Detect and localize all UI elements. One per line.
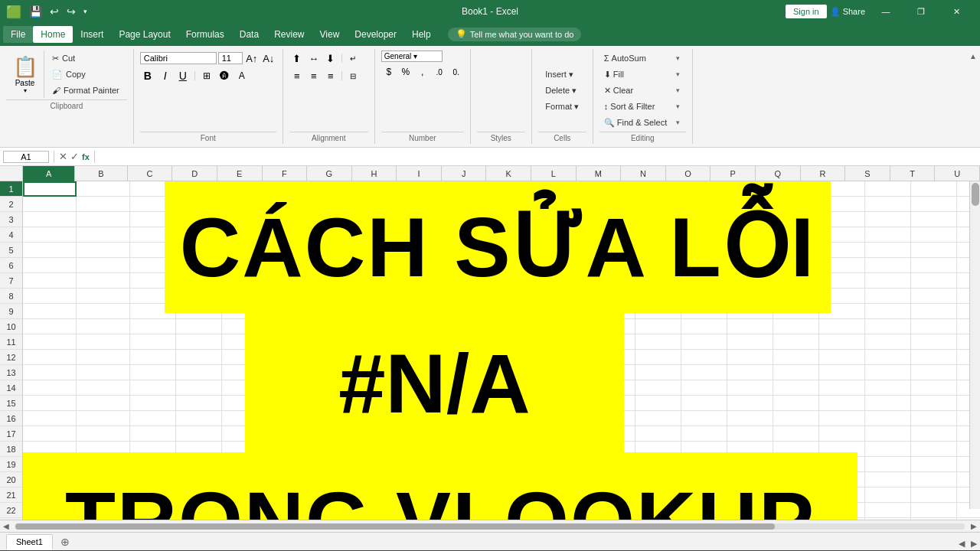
cell-N8[interactable] bbox=[635, 289, 681, 304]
cell-Q8[interactable] bbox=[773, 289, 819, 304]
cell-Q15[interactable] bbox=[773, 396, 819, 411]
cell-F20[interactable] bbox=[268, 472, 314, 487]
cell-K22[interactable] bbox=[498, 503, 544, 518]
cell-M12[interactable] bbox=[590, 350, 635, 365]
cell-K5[interactable] bbox=[498, 243, 544, 258]
horizontal-scrollbar-track[interactable] bbox=[15, 523, 965, 530]
cell-G8[interactable] bbox=[314, 289, 360, 304]
cell-I17[interactable] bbox=[406, 426, 452, 442]
cell-R18[interactable] bbox=[819, 442, 865, 457]
cell-R21[interactable] bbox=[819, 487, 865, 503]
cut-button[interactable]: ✂ Cut bbox=[47, 51, 124, 66]
cell-I8[interactable] bbox=[406, 289, 452, 304]
cell-D1[interactable] bbox=[176, 181, 222, 197]
cell-H15[interactable] bbox=[360, 396, 406, 411]
cell-J12[interactable] bbox=[452, 350, 498, 365]
cell-I20[interactable] bbox=[406, 472, 452, 487]
cell-B22[interactable] bbox=[77, 503, 130, 518]
find-select-button[interactable]: 🔍 Find & Select ▾ bbox=[599, 115, 686, 130]
cell-A7[interactable] bbox=[23, 273, 77, 289]
cell-A8[interactable] bbox=[23, 289, 77, 304]
cell-H22[interactable] bbox=[360, 503, 406, 518]
cell-P18[interactable] bbox=[727, 442, 773, 457]
cell-N4[interactable] bbox=[635, 227, 681, 243]
col-header-C[interactable]: C bbox=[128, 166, 173, 181]
cell-M11[interactable] bbox=[590, 334, 635, 350]
cell-J16[interactable] bbox=[452, 411, 498, 426]
cell-B8[interactable] bbox=[77, 289, 130, 304]
cell-F9[interactable] bbox=[268, 304, 314, 319]
cell-S16[interactable] bbox=[865, 411, 911, 426]
cell-S23[interactable] bbox=[865, 518, 911, 520]
cell-S8[interactable] bbox=[865, 289, 911, 304]
col-header-K[interactable]: K bbox=[486, 166, 531, 181]
menu-file[interactable]: File bbox=[3, 26, 33, 43]
cell-L15[interactable] bbox=[544, 396, 590, 411]
cell-A23[interactable] bbox=[23, 518, 77, 520]
cell-O5[interactable] bbox=[681, 243, 727, 258]
cell-B4[interactable] bbox=[77, 227, 130, 243]
col-header-H[interactable]: H bbox=[352, 166, 397, 181]
cell-N9[interactable] bbox=[635, 304, 681, 319]
cell-H6[interactable] bbox=[360, 258, 406, 273]
cell-M20[interactable] bbox=[590, 472, 635, 487]
cell-E6[interactable] bbox=[222, 258, 268, 273]
cell-N20[interactable] bbox=[635, 472, 681, 487]
sheet-nav-right[interactable]: ▶ bbox=[968, 537, 980, 550]
cell-C15[interactable] bbox=[130, 396, 176, 411]
cell-E4[interactable] bbox=[222, 227, 268, 243]
cell-O14[interactable] bbox=[681, 380, 727, 396]
cell-D21[interactable] bbox=[176, 487, 222, 503]
cell-N6[interactable] bbox=[635, 258, 681, 273]
cell-E11[interactable] bbox=[222, 334, 268, 350]
cell-N21[interactable] bbox=[635, 487, 681, 503]
copy-button[interactable]: 📄 Copy bbox=[47, 67, 124, 82]
col-header-G[interactable]: G bbox=[307, 166, 352, 181]
share-button[interactable]: 👤 Share bbox=[830, 7, 865, 17]
cell-R16[interactable] bbox=[819, 411, 865, 426]
col-header-S[interactable]: S bbox=[845, 166, 890, 181]
cell-K20[interactable] bbox=[498, 472, 544, 487]
cell-C17[interactable] bbox=[130, 426, 176, 442]
cell-R8[interactable] bbox=[819, 289, 865, 304]
cell-I21[interactable] bbox=[406, 487, 452, 503]
clear-button[interactable]: ✕ Clear ▾ bbox=[599, 83, 686, 98]
cell-Q3[interactable] bbox=[773, 212, 819, 227]
sort-filter-button[interactable]: ↕ Sort & Filter ▾ bbox=[599, 99, 686, 114]
cell-K21[interactable] bbox=[498, 487, 544, 503]
cell-Q23[interactable] bbox=[773, 518, 819, 520]
cell-O1[interactable] bbox=[681, 181, 727, 197]
cell-J6[interactable] bbox=[452, 258, 498, 273]
cell-F5[interactable] bbox=[268, 243, 314, 258]
cell-F19[interactable] bbox=[268, 457, 314, 472]
cell-A17[interactable] bbox=[23, 426, 77, 442]
cell-F8[interactable] bbox=[268, 289, 314, 304]
cell-T7[interactable] bbox=[911, 273, 957, 289]
align-bottom-btn[interactable]: ⬇ bbox=[323, 51, 338, 66]
cell-O18[interactable] bbox=[681, 442, 727, 457]
cell-K16[interactable] bbox=[498, 411, 544, 426]
cell-R12[interactable] bbox=[819, 350, 865, 365]
cell-M19[interactable] bbox=[590, 457, 635, 472]
cell-T10[interactable] bbox=[911, 319, 957, 334]
cell-C4[interactable] bbox=[130, 227, 176, 243]
cell-I18[interactable] bbox=[406, 442, 452, 457]
cell-T12[interactable] bbox=[911, 350, 957, 365]
cell-C18[interactable] bbox=[130, 442, 176, 457]
cell-J1[interactable] bbox=[452, 181, 498, 197]
cell-R7[interactable] bbox=[819, 273, 865, 289]
cell-C5[interactable] bbox=[130, 243, 176, 258]
cell-S19[interactable] bbox=[865, 457, 911, 472]
cell-F3[interactable] bbox=[268, 212, 314, 227]
cell-L16[interactable] bbox=[544, 411, 590, 426]
cell-T20[interactable] bbox=[911, 472, 957, 487]
cell-L2[interactable] bbox=[544, 197, 590, 212]
cell-B19[interactable] bbox=[77, 457, 130, 472]
cell-S11[interactable] bbox=[865, 334, 911, 350]
cell-J2[interactable] bbox=[452, 197, 498, 212]
col-header-O[interactable]: O bbox=[666, 166, 711, 181]
cell-F16[interactable] bbox=[268, 411, 314, 426]
cell-D6[interactable] bbox=[176, 258, 222, 273]
cell-A12[interactable] bbox=[23, 350, 77, 365]
cell-T14[interactable] bbox=[911, 380, 957, 396]
